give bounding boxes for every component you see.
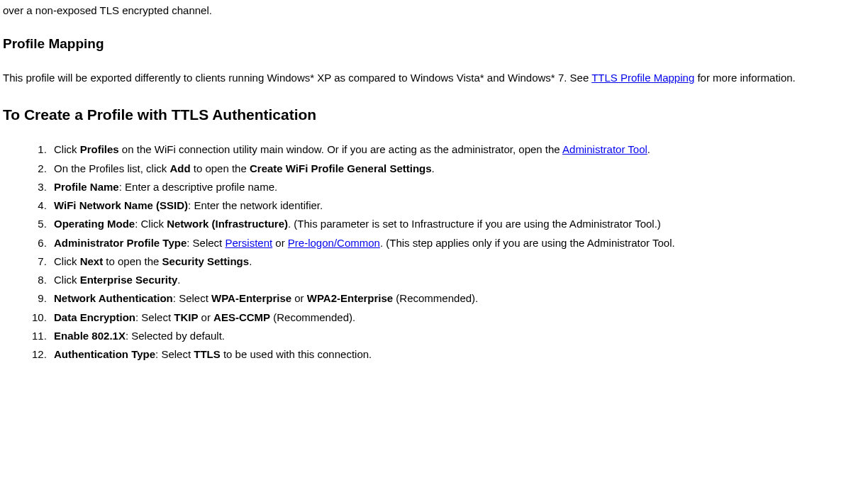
link-ttls-profile-mapping[interactable]: TTLS Profile Mapping [591,72,694,84]
step-3: Profile Name: Enter a descriptive profil… [50,179,865,195]
link-prelogon-common[interactable]: Pre-logon/Common [288,237,380,249]
text: or [291,292,307,304]
text: (Recommended). [393,292,478,304]
link-administrator-tool[interactable]: Administrator Tool [562,143,647,155]
text: : Select [135,311,174,323]
text: : Enter the network identifier. [188,199,323,211]
text: : Select [173,292,211,304]
bold-aes-ccmp: AES-CCMP [213,311,270,323]
bold-enable-8021x: Enable 802.1X [54,330,126,342]
mapping-text-post: for more information. [694,72,796,84]
bold-enterprise-security: Enterprise Security [80,274,178,286]
text: Click [54,143,80,155]
bold-add: Add [169,162,190,174]
text: : Click [135,218,167,230]
bold-create-wifi: Create WiFi Profile General Settings [250,162,432,174]
text: : Select [187,237,225,249]
text: . [432,162,435,174]
text: . [647,143,650,155]
bold-network-auth: Network Authentication [54,292,173,304]
step-9: Network Authentication: Select WPA-Enter… [50,290,865,306]
bold-profiles: Profiles [80,143,119,155]
text: or [198,311,213,323]
step-7: Click Next to open the Security Settings… [50,253,865,269]
step-10: Data Encryption: Select TKIP or AES-CCMP… [50,309,865,325]
step-6: Administrator Profile Type: Select Persi… [50,235,865,251]
bold-ttls: TTLS [194,348,221,360]
bold-tkip: TKIP [174,311,198,323]
text: . [249,255,252,267]
step-2: On the Profiles list, click Add to open … [50,160,865,177]
bold-admin-profile-type: Administrator Profile Type [54,237,187,249]
bold-wpa2-ent: WPA2-Enterprise [307,292,393,304]
steps-list: Click Profiles on the WiFi connection ut… [3,141,865,362]
text: On the Profiles list, click [54,162,169,174]
bold-profile-name: Profile Name [54,181,119,193]
text: : Select [155,348,194,360]
bold-security-settings: Security Settings [162,255,250,267]
text: (Recommended). [270,311,355,323]
step-8: Click Enterprise Security. [50,272,865,288]
heading-create-profile: To Create a Profile with TTLS Authentica… [3,104,865,125]
text: on the WiFi connection utility main wind… [119,143,562,155]
bold-data-encryption: Data Encryption [54,311,135,323]
text: to be used with this connection. [221,348,372,360]
intro-fragment: over a non-exposed TLS encrypted channel… [3,3,865,18]
bold-next: Next [80,255,104,267]
text: to open the [103,255,162,267]
text: Click [54,274,80,286]
step-11: Enable 802.1X: Selected by default. [50,328,865,344]
bold-ssid: WiFi Network Name (SSID) [54,199,188,211]
bold-wpa-ent: WPA-Enterprise [211,292,291,304]
bold-operating-mode: Operating Mode [54,218,135,230]
text: or [272,237,288,249]
step-5: Operating Mode: Click Network (Infrastru… [50,216,865,232]
step-12: Authentication Type: Select TTLS to be u… [50,346,865,362]
step-1: Click Profiles on the WiFi connection ut… [50,141,865,157]
text: . (This step applies only if you are usi… [380,237,675,249]
text: Click [54,255,80,267]
step-4: WiFi Network Name (SSID): Enter the netw… [50,197,865,213]
heading-profile-mapping: Profile Mapping [3,34,865,54]
bold-auth-type: Authentication Type [54,348,155,360]
text: : Enter a descriptive profile name. [119,181,277,193]
text: . (This parameter is set to Infrastructu… [288,218,661,230]
mapping-text-pre: This profile will be exported differentl… [3,72,591,84]
link-persistent[interactable]: Persistent [225,237,272,249]
profile-mapping-paragraph: This profile will be exported differentl… [3,70,865,86]
text: : Selected by default. [126,330,225,342]
bold-network-infra: Network (Infrastructure) [167,218,288,230]
text: to open the [191,162,250,174]
text: . [177,274,180,286]
